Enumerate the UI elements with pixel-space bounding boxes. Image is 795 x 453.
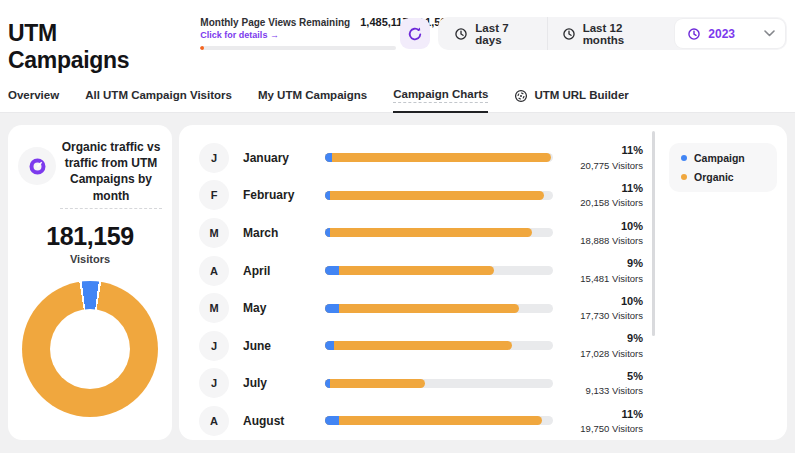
organic-bar-segment xyxy=(325,341,512,350)
month-visitors: 17,730 Visitors xyxy=(567,309,643,322)
month-bar[interactable] xyxy=(325,304,553,313)
campaign-bar-segment xyxy=(325,153,332,162)
filter-last-7-days[interactable]: Last 7 days xyxy=(440,17,546,50)
page-views-widget: Monthly Page Views Remaining 1,485,117 o… xyxy=(200,16,400,50)
month-bar[interactable] xyxy=(325,266,553,275)
filter-last-12-months-label: Last 12 months xyxy=(583,22,661,46)
tab-all-utm-campaign-visitors[interactable]: All UTM Campaign Visitors xyxy=(85,89,232,112)
content-area: Organic traffic vs traffic from UTM Camp… xyxy=(0,113,795,453)
chart-legend: Campaign Organic xyxy=(669,143,777,192)
month-badge: A xyxy=(199,256,229,286)
month-bar[interactable] xyxy=(325,416,553,425)
month-badge: J xyxy=(199,143,229,173)
month-label: May xyxy=(243,301,325,315)
date-filter-group: Last 7 days Last 12 months xyxy=(438,17,787,50)
total-visitors-label: Visitors xyxy=(18,253,162,265)
organic-bar-segment xyxy=(325,379,425,388)
month-label: February xyxy=(243,188,325,202)
organic-vs-campaign-donut[interactable] xyxy=(22,281,158,417)
click-for-details-link[interactable]: Click for details → xyxy=(200,30,400,40)
month-bar[interactable] xyxy=(325,379,553,388)
month-percent: 11% xyxy=(567,407,643,422)
filter-last-7-days-label: Last 7 days xyxy=(475,22,532,46)
tab-my-utm-campaigns[interactable]: My UTM Campaigns xyxy=(258,89,367,112)
refresh-icon xyxy=(407,26,423,42)
month-bar[interactable] xyxy=(325,341,553,350)
month-label: June xyxy=(243,339,325,353)
refresh-button[interactable] xyxy=(400,18,430,49)
month-visitors: 17,028 Visitors xyxy=(567,347,643,360)
campaign-bar-segment xyxy=(325,416,339,425)
month-visitors: 9,133 Visitors xyxy=(567,384,643,397)
month-percent: 10% xyxy=(567,219,643,234)
organic-bar-segment xyxy=(325,304,519,313)
legend-organic-label: Organic xyxy=(694,171,734,183)
tab-campaign-charts[interactable]: Campaign Charts xyxy=(393,88,488,112)
legend-column: Campaign Organic xyxy=(657,135,787,440)
organic-bar-segment xyxy=(325,153,551,162)
donut-chart-icon-circle xyxy=(18,147,56,185)
month-row-august: A August 11%19,750 Visitors xyxy=(199,402,657,440)
tab-overview[interactable]: Overview xyxy=(8,89,59,112)
organic-bar-segment xyxy=(325,191,544,200)
month-visitors: 20,775 Visitors xyxy=(567,159,643,172)
organic-dot-icon xyxy=(681,174,687,180)
month-percent: 10% xyxy=(567,294,643,309)
month-visitors: 20,158 Visitors xyxy=(567,196,643,209)
tab-bar: Overview All UTM Campaign Visitors My UT… xyxy=(0,74,795,113)
month-label: January xyxy=(243,151,325,165)
month-badge: J xyxy=(199,368,229,398)
campaign-bar-segment xyxy=(325,266,339,275)
clock-icon xyxy=(687,27,701,41)
donut-card-title: Organic traffic vs traffic from UTM Camp… xyxy=(60,139,162,209)
campaign-bar-segment xyxy=(325,379,330,388)
donut-chart-icon xyxy=(29,158,46,175)
month-row-march: M March 10%18,888 Visitors xyxy=(199,214,657,252)
campaign-dot-icon xyxy=(681,155,687,161)
month-visitors: 15,481 Visitors xyxy=(567,272,643,285)
clock-icon xyxy=(454,27,468,41)
month-bar[interactable] xyxy=(325,228,553,237)
month-percent: 9% xyxy=(567,331,643,346)
campaign-bar-segment xyxy=(325,191,330,200)
month-bar[interactable] xyxy=(325,153,553,162)
campaign-bar-segment xyxy=(325,341,334,350)
filter-last-12-months[interactable]: Last 12 months xyxy=(547,17,675,50)
legend-item-campaign[interactable]: Campaign xyxy=(681,152,765,164)
page-title: UTM Campaigns xyxy=(8,20,178,74)
total-visitors-value: 181,159 xyxy=(18,222,162,251)
chevron-down-icon xyxy=(764,30,775,37)
month-visitors: 18,888 Visitors xyxy=(567,234,643,247)
utm-campaigns-screen: UTM Campaigns Monthly Page Views Remaini… xyxy=(0,0,795,453)
monthly-bars-card: J January 11%20,775 Visitors F February … xyxy=(179,125,787,440)
month-row-february: F February 11%20,158 Visitors xyxy=(199,177,657,215)
month-row-june: J June 9%17,028 Visitors xyxy=(199,327,657,365)
legend-campaign-label: Campaign xyxy=(694,152,745,164)
month-row-may: M May 10%17,730 Visitors xyxy=(199,289,657,327)
filter-year-dropdown[interactable]: 2023 xyxy=(675,19,785,48)
month-bar[interactable] xyxy=(325,191,553,200)
legend-item-organic[interactable]: Organic xyxy=(681,171,765,183)
campaign-bar-segment xyxy=(325,304,339,313)
month-badge: J xyxy=(199,331,229,361)
donut-card: Organic traffic vs traffic from UTM Camp… xyxy=(8,125,172,440)
month-percent: 9% xyxy=(567,256,643,271)
rows-scrollbar[interactable] xyxy=(652,131,655,336)
month-visitors: 19,750 Visitors xyxy=(567,422,643,435)
tab-utm-url-builder[interactable]: UTM URL Builder xyxy=(514,89,628,112)
page-views-progressbar xyxy=(200,46,396,50)
month-badge: A xyxy=(199,406,229,436)
organic-bar-segment xyxy=(325,228,532,237)
month-row-april: A April 9%15,481 Visitors xyxy=(199,252,657,290)
campaign-bar-segment xyxy=(325,228,330,237)
month-label: July xyxy=(243,376,325,390)
month-badge: M xyxy=(199,293,229,323)
month-row-july: J July 5%9,133 Visitors xyxy=(199,365,657,403)
url-builder-icon xyxy=(514,89,528,103)
month-rows-list: J January 11%20,775 Visitors F February … xyxy=(179,135,657,440)
organic-bar-segment xyxy=(325,416,542,425)
page-views-progress-fill xyxy=(200,46,204,50)
month-label: August xyxy=(243,414,325,428)
month-row-january: J January 11%20,775 Visitors xyxy=(199,139,657,177)
page-header: UTM Campaigns Monthly Page Views Remaini… xyxy=(0,0,795,113)
